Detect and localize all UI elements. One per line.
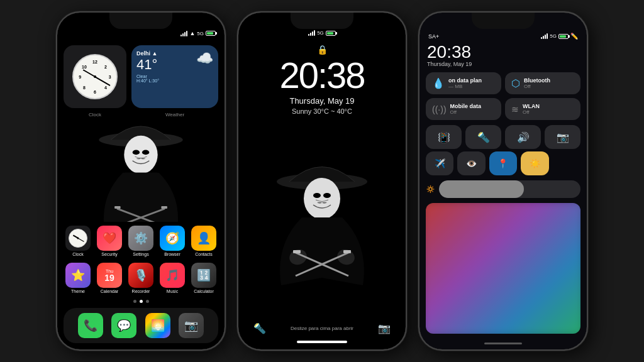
- weather-range: H:40° L:30°: [136, 79, 213, 83]
- svg-point-10: [304, 178, 340, 219]
- clock-num-3: 3: [109, 75, 111, 79]
- flashlight-icon[interactable]: 🔦: [253, 322, 266, 334]
- cc-buttons-row2: ✈️ 👁️ 📍 ☀️: [419, 149, 587, 178]
- app-label-clock: Clock: [72, 252, 84, 256]
- masked-figure: [57, 118, 225, 222]
- clock-num-4: 4: [104, 85, 107, 90]
- app-item-music[interactable]: 🎵 Music: [158, 263, 187, 293]
- svg-point-3: [142, 150, 149, 155]
- cc-data-name: on data plan: [448, 77, 482, 84]
- wlan-icon: ≋: [511, 104, 519, 114]
- volume-icon: 🔊: [517, 131, 530, 143]
- lock-weather: Sunny 30°C ~ 40°C: [292, 107, 352, 115]
- svg-rect-8: [161, 206, 167, 209]
- app-label-settings: Settings: [133, 252, 148, 256]
- page-dots: [57, 297, 225, 305]
- app-label-browser: Browser: [164, 252, 180, 256]
- app-item-calculator[interactable]: 🔢 Calculator: [189, 263, 218, 293]
- app-item-theme[interactable]: ⭐ Theme: [64, 263, 92, 293]
- dock-photos[interactable]: 🌅: [145, 313, 170, 338]
- camera-icon-lock[interactable]: 📷: [378, 322, 391, 334]
- app-item-contacts[interactable]: 👤 Contacts: [189, 226, 218, 256]
- cc-btn-volume[interactable]: 🔊: [505, 125, 541, 149]
- app-label-theme: Theme: [71, 289, 85, 293]
- lock-screen: 5G 🔒 20:38 Thursday, May 19 Sunny 30°C ~…: [238, 13, 406, 349]
- clock-num-6: 6: [94, 89, 96, 94]
- cc-btn-eye[interactable]: 👁️: [457, 151, 485, 175]
- cc-wlan-name: WLAN: [523, 103, 540, 109]
- clock-num-12: 12: [92, 60, 97, 64]
- widgets-row: 12 3 6 9 2 4 8 10 Delhi ▲ 41°: [57, 41, 225, 112]
- bright-low-icon: 🔅: [426, 185, 435, 194]
- svg-point-1: [124, 136, 157, 174]
- cc-btn-vibrate[interactable]: 📳: [426, 125, 462, 149]
- app-item-clock[interactable]: Clock: [64, 226, 92, 256]
- status-bar-cc: SA+ 5G ✏️: [419, 13, 587, 41]
- app-label-calculator: Calculator: [194, 289, 214, 293]
- phone-home: ▲ 5G 12 3 6 9 2 4 8 10: [56, 11, 226, 351]
- brightness-slider[interactable]: [439, 180, 580, 198]
- home-indicator-cc: [484, 343, 522, 344]
- cc-tile-data[interactable]: 💧 on data plan — MB: [426, 72, 501, 94]
- dock-icon-camera: 📷: [179, 313, 204, 338]
- location-icon: 📍: [497, 158, 508, 168]
- app-item-calendar[interactable]: Thu 19 Calendar: [95, 263, 124, 293]
- cc-btn-airplane[interactable]: ✈️: [426, 151, 453, 175]
- cc-brightness-row: 🔅: [419, 178, 587, 200]
- clock-num-10: 10: [82, 65, 87, 69]
- weather-icon: ☁️: [196, 50, 213, 67]
- app-icon-music: 🎵: [160, 263, 185, 288]
- cc-time: 20:38: [427, 43, 472, 61]
- app-icon-contacts: 👤: [191, 226, 216, 251]
- cc-tiles: 💧 on data plan — MB ⬡ Bluetooth Off ((·)…: [419, 70, 587, 123]
- svg-point-11: [313, 193, 321, 198]
- cc-tile-wlan[interactable]: ≋ WLAN Off: [505, 98, 580, 120]
- app-item-browser[interactable]: 🧭 Browser: [158, 226, 187, 256]
- status-right: ▲ 5G: [180, 30, 216, 36]
- app-label-security: Security: [101, 252, 117, 256]
- cc-btn-brightness[interactable]: ☀️: [521, 151, 548, 175]
- app-label-calendar: Calendar: [101, 289, 118, 293]
- dock-phone[interactable]: 📞: [78, 313, 103, 338]
- app-icon-calculator: 🔢: [191, 263, 216, 288]
- cc-media-art: [426, 203, 580, 334]
- dock-icon-photos: 🌅: [145, 313, 170, 338]
- app-item-recorder[interactable]: 🎙️ Recorder: [126, 263, 155, 293]
- weather-city: Delhi ▲: [136, 50, 157, 57]
- dock-messages[interactable]: 💬: [111, 313, 136, 338]
- app-label-music: Music: [167, 289, 178, 293]
- clock-widget-label: Clock: [64, 112, 126, 118]
- svg-point-2: [133, 150, 140, 155]
- battery-icon-cc: [558, 34, 569, 39]
- dock-icon-messages: 💬: [111, 313, 136, 338]
- svg-rect-7: [114, 206, 121, 209]
- clock-num-2: 2: [104, 65, 107, 69]
- signal-icon-lock: [308, 30, 315, 36]
- svg-point-12: [323, 193, 331, 198]
- svg-rect-18: [293, 250, 301, 253]
- vibrate-icon: 📳: [438, 131, 450, 143]
- clock-widget[interactable]: 12 3 6 9 2 4 8 10: [64, 45, 126, 108]
- cc-btn-camera-cc[interactable]: 📷: [545, 125, 580, 149]
- app-item-settings[interactable]: ⚙️ Settings: [126, 226, 155, 256]
- app-grid: Clock ❤️ Security ⚙️ Settings 🧭 Browser …: [57, 222, 225, 297]
- cc-tile-mobile[interactable]: ((·)) Mobile data Off: [426, 98, 501, 120]
- status-sa: SA+: [428, 33, 439, 40]
- app-item-security[interactable]: ❤️ Security: [95, 226, 124, 256]
- lock-masked-svg: [265, 147, 379, 285]
- dock: 📞 💬 🌅 📷: [64, 308, 218, 343]
- edit-icon-cc[interactable]: ✏️: [570, 33, 578, 40]
- page-dot-1: [133, 300, 136, 303]
- lock-bottom: 🔦 Deslize para cima para abrir 📷: [238, 317, 406, 337]
- battery-icon: [206, 31, 216, 36]
- cc-tile-bluetooth[interactable]: ⬡ Bluetooth Off: [505, 72, 580, 94]
- dock-camera[interactable]: 📷: [179, 313, 204, 338]
- flashlight-icon-cc: 🔦: [477, 131, 490, 143]
- status-bar-lock: 5G: [299, 13, 345, 38]
- network-label-lock: 5G: [317, 30, 324, 36]
- cc-btn-flashlight[interactable]: 🔦: [465, 125, 501, 149]
- cc-tile-data-text: on data plan — MB: [448, 77, 482, 89]
- weather-temp: 41°: [136, 57, 157, 73]
- cc-btn-location[interactable]: 📍: [489, 151, 517, 175]
- weather-widget[interactable]: Delhi ▲ 41° ☁️ Clear H:40° L:30°: [131, 45, 218, 108]
